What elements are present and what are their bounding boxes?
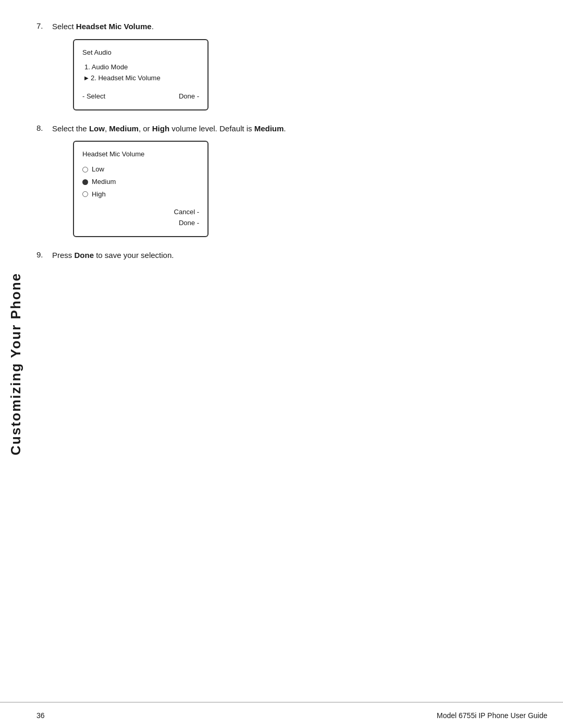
step-8-bold4: Medium xyxy=(254,124,284,133)
screen-headset-footer: Cancel - Done - xyxy=(82,207,199,229)
radio-medium-label: Medium xyxy=(92,177,116,188)
step-9-content: Press Done to save your selection. xyxy=(52,250,542,268)
step-7-text: Select Headset Mic Volume. xyxy=(52,21,542,33)
screen-headset-mic-volume: Headset Mic Volume Low Medium High xyxy=(73,141,209,237)
page-footer: 36 Model 6755i IP Phone User Guide xyxy=(0,702,563,728)
step-8-bold1: Low xyxy=(89,124,105,133)
radio-high-icon xyxy=(82,191,88,197)
step-8-text: Select the Low, Medium, or High volume l… xyxy=(52,123,542,135)
step-8-bold3: High xyxy=(152,124,169,133)
footer-title: Model 6755i IP Phone User Guide xyxy=(437,711,547,720)
main-content: 7. Select Headset Mic Volume. Set Audio … xyxy=(36,21,542,697)
menu-audio-mode: 1. Audio Mode xyxy=(82,62,199,73)
step-7-number: 7. xyxy=(36,21,52,30)
radio-group-volume: Low Medium High xyxy=(82,164,199,200)
radio-low: Low xyxy=(82,164,199,175)
sidebar: Customizing Your Phone xyxy=(0,0,31,728)
screen-set-audio-footer: - Select Done - xyxy=(82,91,199,102)
sidebar-label: Customizing Your Phone xyxy=(8,273,24,455)
radio-low-icon xyxy=(82,167,88,172)
step-8-bold2: Medium xyxy=(109,124,139,133)
step-9-bold: Done xyxy=(75,251,94,260)
screen-headset-title: Headset Mic Volume xyxy=(82,149,199,160)
step-7-content: Select Headset Mic Volume. Set Audio 1. … xyxy=(52,21,542,110)
screen-headset-cancel: Cancel - xyxy=(174,207,199,218)
step-7: 7. Select Headset Mic Volume. Set Audio … xyxy=(36,21,542,110)
step-9-number: 9. xyxy=(36,250,52,259)
menu-headset-mic-volume: 2. Headset Mic Volume xyxy=(82,73,199,84)
screen-set-audio-title: Set Audio xyxy=(82,47,199,58)
step-9-text: Press Done to save your selection. xyxy=(52,250,542,262)
screen-set-audio-select: - Select xyxy=(82,91,105,102)
footer-page-number: 36 xyxy=(36,711,45,720)
step-8: 8. Select the Low, Medium, or High volum… xyxy=(36,123,542,237)
screen-set-audio: Set Audio 1. Audio Mode 2. Headset Mic V… xyxy=(73,39,209,110)
screen-headset-done: Done - xyxy=(179,218,199,229)
radio-high-label: High xyxy=(92,189,106,200)
radio-medium: Medium xyxy=(82,177,199,188)
radio-medium-icon xyxy=(82,179,88,185)
step-9: 9. Press Done to save your selection. xyxy=(36,250,542,268)
radio-low-label: Low xyxy=(92,164,104,175)
step-8-content: Select the Low, Medium, or High volume l… xyxy=(52,123,542,237)
screen-set-audio-done: Done - xyxy=(179,91,199,102)
step-7-bold: Headset Mic Volume xyxy=(76,22,152,31)
step-8-number: 8. xyxy=(36,123,52,132)
radio-high: High xyxy=(82,189,199,200)
